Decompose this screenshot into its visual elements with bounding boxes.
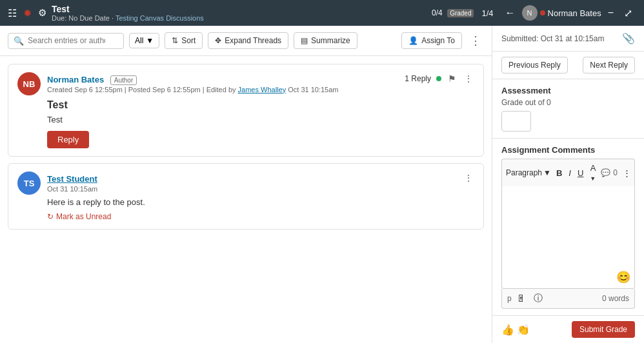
comment-editor-wrapper: Paragraph ▼ B I U A ▼ 💬 0 ⋮ <box>501 159 635 309</box>
reply-author-info: Test Student Oct 31 10:15am <box>47 174 97 193</box>
more-options-button[interactable]: ⋮ <box>467 31 484 50</box>
editor-footer-left: p 🎚 ⓘ <box>507 291 545 306</box>
assign-icon: 👤 <box>408 36 418 45</box>
editor-more-button[interactable]: ⋮ <box>620 167 634 179</box>
thread-meta: Created Sep 6 12:55pm | Posted Sep 6 12:… <box>47 86 339 93</box>
alert-icon: ✹ <box>23 7 32 19</box>
top-bar-icons: ☷ ✹ ⚙ <box>8 7 46 19</box>
html-tag: p <box>507 294 512 303</box>
next-reply-button[interactable]: Next Reply <box>583 57 635 74</box>
emoji-button[interactable]: 😊 <box>616 270 630 284</box>
reaction-buttons: 👍 👏 <box>501 324 530 336</box>
sort-icon: ⇅ <box>172 36 178 45</box>
media-button[interactable]: 🎚 <box>514 292 528 305</box>
mark-unread-link[interactable]: ↻ Mark as Unread <box>47 212 474 221</box>
author-name[interactable]: Norman Bates <box>47 75 104 84</box>
thread-more-button[interactable]: ⋮ <box>463 72 474 85</box>
toolbar: 🔍 All ▼ ⇅ Sort ✥ Expand Threads ▤ Summar… <box>0 26 492 56</box>
filter-select[interactable]: All ▼ <box>129 33 159 48</box>
chevron-down-icon: ▼ <box>146 36 154 45</box>
expand-button[interactable]: ⤢ <box>620 6 636 21</box>
prev-nav-button[interactable]: ← <box>501 6 519 20</box>
main-area: 🔍 All ▼ ⇅ Sort ✥ Expand Threads ▤ Summar… <box>0 26 644 343</box>
editor-toolbar: Paragraph ▼ B I U A ▼ 💬 0 ⋮ <box>501 159 635 186</box>
status-dot <box>540 10 545 15</box>
thread-title: Test <box>47 99 474 111</box>
grid-icon: ☷ <box>8 7 17 19</box>
assign-to-button[interactable]: 👤 Assign To <box>401 32 462 49</box>
top-bar-title-area: Test Due: No Due Date · Testing Canvas D… <box>52 4 204 22</box>
thread-content: Test <box>47 115 474 124</box>
comment-icon: 💬 <box>601 168 610 177</box>
info-button[interactable]: ⓘ <box>531 291 545 306</box>
right-panel: Submitted: Oct 31 at 10:15am 📎 Previous … <box>492 26 644 343</box>
text-color-button[interactable]: A ▼ <box>587 162 598 184</box>
comment-count-badge: 💬 0 <box>601 168 618 177</box>
search-input[interactable] <box>28 36 105 45</box>
reply-button[interactable]: Reply <box>47 131 89 148</box>
reply-header-left: TS Test Student Oct 31 10:15am <box>17 172 97 195</box>
top-bar: ☷ ✹ ⚙ Test Due: No Due Date · Testing Ca… <box>0 0 644 26</box>
assessment-section: Assessment Grade out of 0 <box>492 79 644 139</box>
minimize-button[interactable]: − <box>604 6 618 20</box>
score-badge: 0/4 Graded <box>432 8 474 17</box>
thread-header-left: NB Norman Bates Author Created Sep 6 12:… <box>17 72 339 95</box>
comment-editor-area[interactable]: 😊 <box>501 186 635 289</box>
paragraph-select[interactable]: Paragraph ▼ <box>506 168 551 177</box>
summarize-icon: ▤ <box>301 36 308 45</box>
bold-button[interactable]: B <box>554 167 565 179</box>
user-avatar: N <box>522 5 538 21</box>
previous-reply-button[interactable]: Previous Reply <box>501 57 568 74</box>
top-bar-right: 0/4 Graded 1/4 ← N Norman Bates − ⤢ <box>432 5 636 21</box>
thread-body: Test Test Reply <box>17 99 474 148</box>
submit-grade-button[interactable]: Submit Grade <box>572 321 635 338</box>
editor-footer: p 🎚 ⓘ 0 words <box>501 289 635 309</box>
expand-icon: ✥ <box>215 36 221 45</box>
reply-card: TS Test Student Oct 31 10:15am ⋮ Here is… <box>8 163 484 230</box>
italic-button[interactable]: I <box>566 167 574 179</box>
paragraph-chevron-icon: ▼ <box>543 168 551 177</box>
search-icon: 🔍 <box>14 36 24 46</box>
expand-threads-button[interactable]: ✥ Expand Threads <box>208 32 288 49</box>
mark-unread-icon: ↻ <box>47 212 54 221</box>
right-panel-header: Submitted: Oct 31 at 10:15am 📎 <box>492 26 644 52</box>
thread-card: NB Norman Bates Author Created Sep 6 12:… <box>8 64 484 157</box>
discussions-list: NB Norman Bates Author Created Sep 6 12:… <box>0 56 492 343</box>
gear-icon: ⚙ <box>38 7 46 19</box>
comments-section: Assignment Comments Paragraph ▼ B I U A … <box>492 139 644 315</box>
prev-next-row: Previous Reply Next Reply <box>492 52 644 79</box>
author-info: Norman Bates Author Created Sep 6 12:55p… <box>47 75 339 93</box>
search-box[interactable]: 🔍 <box>8 33 124 49</box>
clap-button[interactable]: 👏 <box>517 324 530 336</box>
reply-author-name[interactable]: Test Student <box>47 174 97 184</box>
editor-link[interactable]: James Whalley <box>238 86 287 93</box>
nav-counter: 1/4 <box>481 8 493 18</box>
reply-more-button[interactable]: ⋮ <box>463 172 474 184</box>
bookmark-button[interactable]: ⚑ <box>447 72 458 85</box>
grade-input[interactable] <box>501 111 531 132</box>
assessment-label: Assessment <box>501 86 635 95</box>
format-buttons: B I U A ▼ <box>554 162 598 184</box>
nav-arrows: ← N Norman Bates − ⤢ <box>501 5 636 21</box>
sort-button[interactable]: ⇅ Sort <box>165 32 203 49</box>
submitted-text: Submitted: Oct 31 at 10:15am <box>501 34 604 43</box>
word-count: 0 words <box>602 294 629 303</box>
thumbs-up-button[interactable]: 👍 <box>501 324 514 336</box>
reply-body: Here is a reply to the post. ↻ Mark as U… <box>17 197 474 221</box>
thread-header: NB Norman Bates Author Created Sep 6 12:… <box>17 72 474 95</box>
reply-date: Oct 31 10:15am <box>47 185 97 193</box>
discussion-link[interactable]: Testing Canvas Discussions <box>116 14 204 22</box>
top-bar-left: ☷ ✹ ⚙ Test Due: No Due Date · Testing Ca… <box>8 4 204 22</box>
reply-header: TS Test Student Oct 31 10:15am ⋮ <box>17 172 474 195</box>
assignment-title: Test <box>52 4 204 14</box>
reply-text: Here is a reply to the post. <box>47 197 474 207</box>
bottom-actions: 👍 👏 Submit Grade <box>492 315 644 343</box>
green-dot <box>436 76 441 81</box>
left-panel: 🔍 All ▼ ⇅ Sort ✥ Expand Threads ▤ Summar… <box>0 26 492 343</box>
author-badge: Author <box>110 75 137 85</box>
summarize-button[interactable]: ▤ Summarize <box>294 32 357 49</box>
underline-button[interactable]: U <box>575 167 586 179</box>
grade-label: Grade out of 0 <box>501 98 635 107</box>
attach-icon: 📎 <box>622 32 635 44</box>
reply-count: 1 Reply <box>405 74 431 83</box>
